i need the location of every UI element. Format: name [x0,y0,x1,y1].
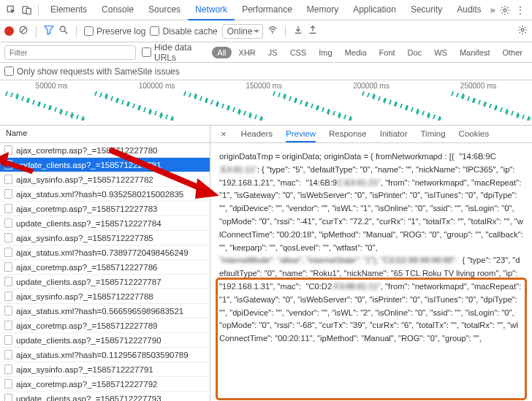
request-name: ajax_sysinfo.asp?_=1585712227782 [16,175,153,184]
svg-line-7 [65,31,68,34]
tab-sources[interactable]: Sources [141,0,188,20]
request-name: ajax_coretmp.asp?_=1585712227792 [16,380,157,389]
request-row[interactable]: update_clients.asp?_=1585712227781 [0,158,210,172]
details-tab-response[interactable]: Response [329,126,367,142]
tab-console[interactable]: Console [94,0,141,20]
request-row[interactable]: ajax_coretmp.asp?_=1585712227792 [0,377,210,392]
network-controls: Preserve log Disable cache Online [0,20,532,42]
request-name: ajax_sysinfo.asp?_=1585712227785 [16,234,153,242]
svg-point-9 [521,28,524,31]
preserve-log-checkbox[interactable]: Preserve log [84,26,145,37]
wifi-icon[interactable] [267,25,278,37]
request-name: ajax_status.xml?hash=0.5665965989683521 [16,307,183,316]
document-icon [4,175,12,184]
device-toggle-icon[interactable] [20,2,34,18]
request-name: ajax_coretmp.asp?_=1585712227786 [16,263,157,272]
throttling-select[interactable]: Online [222,24,264,39]
tab-elements[interactable]: Elements [43,0,94,20]
document-icon [4,321,12,330]
request-row[interactable]: ajax_sysinfo.asp?_=1585712227782 [0,172,210,187]
request-row[interactable]: ajax_sysinfo.asp?_=1585712227788 [0,289,210,304]
filter-bar: Hide data URLs AllXHRJSCSSImgMediaFontDo… [0,42,532,63]
request-row[interactable]: ajax_status.xml?hash=0.11295678503590789 [0,348,210,362]
more-tabs-icon[interactable]: » [490,4,495,15]
filter-type-img[interactable]: Img [314,47,337,58]
settings-icon[interactable] [498,2,512,18]
request-row[interactable]: ajax_coretmp.asp?_=1585712227786 [0,260,210,275]
name-column-header[interactable]: Name [0,126,210,143]
samesite-row: Only show requests with SameSite issues [0,63,532,80]
request-row[interactable]: ajax_sysinfo.asp?_=1585712227785 [0,231,210,245]
svg-point-6 [60,26,65,31]
disable-cache-checkbox[interactable]: Disable cache [150,26,217,37]
separator [38,4,39,16]
search-icon[interactable] [58,25,69,37]
filter-type-all[interactable]: All [212,47,231,58]
request-row[interactable]: update_clients.asp?_=1585712227787 [0,275,210,289]
filter-type-doc[interactable]: Doc [403,47,428,58]
devtools-tabbar: ElementsConsoleSourcesNetworkPerformance… [0,0,532,20]
separator [76,26,77,37]
import-icon[interactable] [293,25,303,37]
filter-icon[interactable] [44,25,54,37]
export-icon[interactable] [308,25,318,37]
document-icon [4,160,12,169]
request-name: update_clients.asp?_=1585712227784 [16,219,162,228]
request-name: ajax_coretmp.asp?_=1585712227780 [16,146,157,155]
request-row[interactable]: ajax_sysinfo.asp?_=1585712227791 [0,362,210,377]
kebab-menu-icon[interactable]: ⋮ [514,2,528,18]
details-tab-preview[interactable]: Preview [286,126,316,142]
hide-data-urls-checkbox[interactable]: Hide data URLs [142,42,206,63]
filter-type-font[interactable]: Font [374,47,400,58]
tab-audits[interactable]: Audits [449,0,488,20]
document-icon [4,218,12,228]
svg-point-3 [503,9,506,12]
request-name: ajax_status.xml?hash=0.11295678503590789 [16,351,189,359]
request-row[interactable]: ajax_coretmp.asp?_=1585712227780 [0,143,210,158]
inspect-icon[interactable] [4,2,18,18]
tab-security[interactable]: Security [403,0,449,20]
document-icon [4,379,12,389]
svg-rect-2 [26,8,31,14]
document-icon [4,145,12,155]
request-row[interactable]: ajax_coretmp.asp?_=1585712227789 [0,318,210,333]
timeline-overview[interactable]: 50000 ms100000 ms150000 ms200000 ms25000… [0,80,532,126]
filter-type-js[interactable]: JS [263,47,283,58]
tab-application[interactable]: Application [346,0,403,20]
request-row[interactable]: update_clients.asp?_=1585712227790 [0,333,210,348]
request-name: ajax_sysinfo.asp?_=1585712227788 [16,292,153,301]
clear-icon[interactable] [18,25,28,37]
filter-type-media[interactable]: Media [340,47,372,58]
details-tab-headers[interactable]: Headers [241,126,273,142]
tab-memory[interactable]: Memory [300,0,346,20]
svg-line-5 [21,28,26,33]
document-icon [4,248,12,257]
details-tab-cookies[interactable]: Cookies [459,126,490,142]
record-button[interactable] [4,26,14,36]
request-row[interactable]: ajax_status.xml?hash=0.5665965989683521 [0,304,210,318]
details-pane: × HeadersPreviewResponseInitiatorTimingC… [210,126,532,401]
filter-type-css[interactable]: CSS [285,47,312,58]
details-tab-timing[interactable]: Timing [420,126,445,142]
samesite-checkbox[interactable]: Only show requests with SameSite issues [4,66,180,77]
details-tab-initiator[interactable]: Initiator [380,126,408,142]
request-row[interactable]: ajax_status.xml?hash=0.73897720498456249 [0,245,210,260]
svg-point-8 [273,33,274,34]
filter-type-other[interactable]: Other [497,47,528,58]
settings-gear-icon[interactable] [517,25,528,37]
request-row[interactable]: ajax_coretmp.asp?_=1585712227783 [0,202,210,216]
filter-input[interactable] [4,45,136,60]
filter-type-ws[interactable]: WS [429,47,452,58]
document-icon [4,277,12,286]
filter-type-manifest[interactable]: Manifest [455,47,495,58]
filter-type-xhr[interactable]: XHR [234,47,261,58]
request-row[interactable]: ajax_status.xml?hash=0.9352580215002835 [0,187,210,202]
document-icon [4,394,12,401]
preview-content[interactable]: originDataTmp = originData; originData =… [210,143,532,401]
close-details-icon[interactable]: × [218,129,229,140]
tab-network[interactable]: Network [188,0,235,20]
request-name: update_clients.asp?_=1585712227790 [16,336,162,345]
request-row[interactable]: update_clients.asp?_=1585712227784 [0,216,210,231]
tab-performance[interactable]: Performance [235,0,300,20]
request-row[interactable]: update_clients.asp?_=1585712227793 [0,392,210,401]
